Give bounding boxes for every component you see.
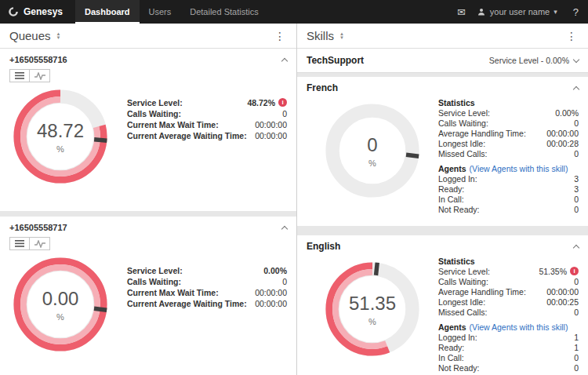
- skill-gauge-column: 51.35 %: [307, 255, 438, 373]
- skills-panel: Skills ▲ ▼ ⋮ TechSupport Service Level -…: [297, 24, 588, 375]
- skill-card: English: [297, 235, 588, 375]
- stat-label: Average Handling Time:: [438, 129, 546, 139]
- queues-sort-icon[interactable]: ▲ ▼: [56, 32, 61, 40]
- waveform-view-button[interactable]: [30, 69, 50, 82]
- stat-row: Calls Waiting: 0: [127, 109, 287, 119]
- stat-row: Current Average Waiting Time: 00:00:00: [127, 299, 287, 309]
- stat-value: 0: [574, 205, 579, 215]
- stat-row: Longest Idle: 00:00:28: [438, 139, 579, 149]
- skill-stats: Statistics Service Level: 51.35% i Calls…: [438, 257, 579, 373]
- stat-value: 00:00:25: [546, 297, 579, 308]
- skills-panel-header: Skills ▲ ▼ ⋮: [297, 24, 588, 49]
- stat-label: Missed Calls:: [438, 308, 574, 318]
- skill-card: French: [297, 77, 588, 226]
- agents-header: Agents: [438, 164, 466, 174]
- stat-label: Calls Waiting:: [127, 277, 282, 287]
- stat-value: 0: [574, 363, 579, 373]
- queue-name: +16505558717: [9, 223, 67, 232]
- stat-value: 0: [282, 277, 287, 287]
- collapse-chevron-up-icon[interactable]: [281, 225, 288, 231]
- user-menu[interactable]: your user name ▾: [477, 7, 557, 16]
- stat-row: Ready: 1: [438, 343, 579, 353]
- stat-row: Current Max Wait Time: 00:00:00: [127, 120, 287, 130]
- stat-label: Current Average Waiting Time:: [127, 299, 255, 309]
- stat-label: Current Max Wait Time:: [127, 288, 255, 298]
- stat-row: Service Level: 0.00%: [438, 108, 579, 118]
- stat-value: 0: [574, 118, 579, 129]
- skill-card-body: 0 % Statistics Service Level: 0.00% Call…: [297, 96, 588, 226]
- collapse-chevron-up-icon[interactable]: [573, 244, 579, 250]
- alert-info-icon: i: [570, 267, 579, 275]
- stat-label: In Call:: [438, 195, 574, 205]
- stat-value: 0: [574, 277, 579, 287]
- skills-sort-icon[interactable]: ▲ ▼: [339, 32, 344, 40]
- queue-card: +16505558716: [0, 49, 296, 211]
- messages-envelope-icon[interactable]: ✉: [457, 6, 466, 18]
- stat-row: Service Level: 0.00%: [127, 266, 287, 276]
- user-icon: [477, 7, 486, 16]
- stat-row: Service Level: 48.72% i: [127, 98, 287, 108]
- queue-view-toolbar: [0, 236, 296, 250]
- stat-row: In Call: 0: [438, 353, 579, 363]
- tab-users[interactable]: Users: [140, 0, 181, 24]
- queue-card-header[interactable]: +16505558716: [0, 49, 296, 68]
- dashboard-content: Queues ▲ ▼ ⋮ +16505558716: [0, 24, 588, 375]
- stat-value: 0: [574, 308, 579, 318]
- collapse-chevron-up-icon[interactable]: [281, 57, 288, 64]
- list-view-button[interactable]: [9, 69, 30, 82]
- caret-down-icon: ▾: [554, 8, 557, 16]
- list-view-button[interactable]: [9, 237, 30, 250]
- queue-card-body: 0.00 % Service Level: 0.00% Calls Waitin…: [0, 250, 296, 375]
- queues-kebab-menu-icon[interactable]: ⋮: [273, 30, 287, 42]
- stat-label: Calls Waiting:: [438, 118, 574, 129]
- stat-row: Calls Waiting: 0: [438, 118, 579, 129]
- view-agents-link[interactable]: (View Agents with this skill): [470, 322, 568, 333]
- stat-value: 00:00:00: [255, 131, 287, 141]
- stat-value: 1: [574, 333, 579, 343]
- view-agents-link[interactable]: (View Agents with this skill): [470, 164, 568, 174]
- stat-value: 3: [574, 184, 579, 195]
- stat-label: Not Ready:: [438, 205, 574, 215]
- tab-dashboard[interactable]: Dashboard: [75, 0, 139, 24]
- skill-group-row: TechSupport Service Level - 0.00%: [297, 49, 588, 73]
- stat-value: 0.00%: [263, 266, 287, 276]
- stat-row: Logged In: 3: [438, 174, 579, 184]
- queue-card-header[interactable]: +16505558717: [0, 217, 296, 236]
- skill-group-summary-dropdown[interactable]: Service Level - 0.00%: [489, 56, 579, 65]
- stat-row: Ready: 3: [438, 184, 579, 195]
- queue-name: +16505558716: [9, 55, 67, 64]
- stat-row: Current Average Waiting Time: 00:00:00: [127, 131, 287, 141]
- skill-name: French: [307, 82, 338, 93]
- service-level-gauge: 51.35 %: [321, 258, 423, 360]
- service-level-gauge: 0 %: [321, 100, 423, 202]
- help-button[interactable]: ?: [568, 6, 579, 18]
- stat-label: Missed Calls:: [438, 149, 574, 159]
- stat-row: Not Ready: 0: [438, 205, 579, 215]
- skill-group-name: TechSupport: [307, 55, 364, 66]
- skills-kebab-menu-icon[interactable]: ⋮: [564, 30, 579, 42]
- stat-label: Service Level:: [438, 267, 539, 277]
- tab-detailed-statistics[interactable]: Detailed Statistics: [180, 0, 267, 24]
- stat-row: Service Level: 51.35% i: [438, 267, 579, 277]
- statistics-header: Statistics: [438, 98, 579, 108]
- stat-row: Longest Idle: 00:00:25: [438, 297, 579, 308]
- stat-label: Longest Idle:: [438, 297, 546, 308]
- stat-value: 0.00%: [555, 108, 579, 118]
- stat-value: 0: [574, 195, 579, 205]
- stat-label: Not Ready:: [438, 363, 574, 373]
- collapse-chevron-up-icon[interactable]: [573, 86, 579, 92]
- skill-card-header[interactable]: English: [297, 235, 588, 255]
- skill-gauge-column: 0 %: [307, 96, 438, 215]
- stat-row: Current Max Wait Time: 00:00:00: [127, 288, 287, 298]
- skill-card-body: 51.35 % Statistics Service Level: 51.35%…: [297, 255, 588, 375]
- waveform-view-button[interactable]: [30, 237, 50, 250]
- queue-stats: Service Level: 48.72% i Calls Waiting: 0…: [111, 98, 287, 188]
- stat-label: Ready:: [438, 343, 574, 353]
- sort-down-icon: ▼: [339, 36, 344, 40]
- stat-label: Logged In:: [438, 174, 574, 184]
- skill-card-header[interactable]: French: [297, 77, 588, 96]
- stat-value: 00:00:28: [546, 139, 579, 149]
- brand-name: Genesys: [24, 6, 63, 17]
- stat-label: Service Level:: [127, 98, 247, 108]
- skill-group-summary: Service Level - 0.00%: [489, 56, 569, 65]
